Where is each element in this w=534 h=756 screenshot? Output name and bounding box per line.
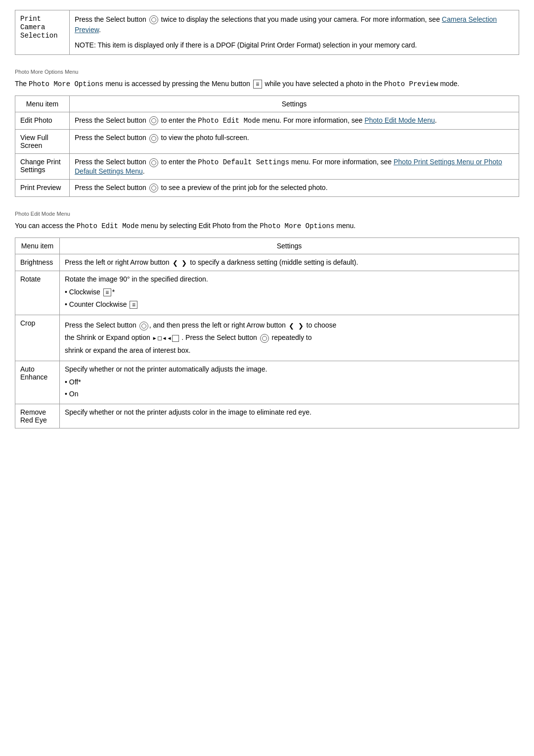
photo-edit-mode-table: Menu item Settings Brightness Press the … (15, 237, 519, 428)
rotate-text: Rotate the image 90° in the specified di… (65, 275, 514, 283)
auto-enhance-list: Off* On (65, 373, 514, 400)
menu-item-cell: Remove Red Eye (15, 404, 60, 428)
menu-item-cell: Print Camera Selection (15, 10, 70, 55)
settings-cell: Specify whether or not the printer adjus… (60, 404, 519, 428)
right-arrow-icon: ❯ (181, 259, 187, 267)
settings-cell: Press the Select button to view the phot… (70, 130, 519, 154)
table-row: Rotate Rotate the image 90° in the speci… (15, 271, 519, 315)
menu-item-cell: Auto Enhance (15, 361, 60, 404)
settings-cell: Press the Select button , and then press… (60, 315, 519, 361)
settings-cell: Press the Select button to enter the Pho… (70, 112, 519, 130)
select-icon (149, 116, 158, 125)
table-row: Brightness Press the left or right Arrow… (15, 254, 519, 271)
camera-selection-preview-link[interactable]: Camera Selection Preview (75, 15, 497, 34)
select-icon (139, 322, 148, 331)
table-row: Edit Photo Press the Select button to en… (15, 112, 519, 130)
table-header-row: Menu item Settings (15, 96, 519, 112)
photo-edit-mode-body: You can access the Photo Edit Mode menu … (15, 221, 519, 232)
table-row: Print Camera Selection Press the Select … (15, 10, 519, 55)
col-header-menu-item: Menu item (15, 237, 60, 254)
rotate-options-list: Clockwise * Counter Clockwise (65, 283, 514, 311)
options-inline: Photo More Options (260, 222, 334, 230)
table-row: Crop Press the Select button , and then … (15, 315, 519, 361)
col-header-settings: Settings (60, 237, 519, 254)
settings-cell: Press the Select button twice to display… (70, 10, 519, 55)
photo-edit-mode-link[interactable]: Photo Edit Mode Menu (364, 116, 435, 124)
table-header-row: Menu item Settings (15, 237, 519, 254)
menu-item-cell: Edit Photo (15, 112, 70, 130)
mode-inline: Photo Edit Mode (77, 222, 139, 230)
select-icon (149, 184, 158, 192)
list-item: Clockwise * (65, 286, 514, 298)
photo-edit-mode-label: Photo Edit Mode Menu (15, 211, 519, 217)
table-row: Change Print Settings Press the Select b… (15, 154, 519, 179)
auto-enhance-text: Specify whether or not the printer autom… (65, 365, 514, 373)
mode-inline: Photo Edit Mode (198, 117, 260, 125)
left-arrow-icon: ❮ (289, 320, 294, 331)
clockwise-icon (103, 288, 111, 296)
menu-item-cell: Change Print Settings (15, 154, 70, 179)
settings-text-2: NOTE: This item is displayed only if the… (75, 40, 514, 50)
crop-text-1: Press the Select button , and then press… (65, 319, 514, 331)
preview-mode-inline: Photo Preview (384, 80, 438, 88)
crop-inner-box (158, 336, 162, 340)
table-row: Print Preview Press the Select button to… (15, 179, 519, 196)
settings-cell: Specify whether or not the printer autom… (60, 361, 519, 404)
table-row: Auto Enhance Specify whether or not the … (15, 361, 519, 404)
mode-inline: Photo Default Settings (198, 158, 289, 166)
menu-item-cell: Crop (15, 315, 60, 361)
counter-clockwise-icon (130, 301, 137, 309)
crop-outer-box (172, 335, 179, 342)
photo-more-options-table: Menu item Settings Edit Photo Press the … (15, 95, 519, 197)
print-camera-selection-section: Print Camera Selection Press the Select … (15, 10, 519, 55)
crop-text-3: shrink or expand the area of interest bo… (65, 344, 514, 357)
arrow-right-icon: ► (152, 334, 157, 343)
settings-cell: Press the left or right Arrow button ❮ ❯… (60, 254, 519, 271)
col-header-menu-item: Menu item (15, 96, 70, 112)
print-camera-selection-table: Print Camera Selection Press the Select … (15, 10, 519, 55)
menu-item-label: Print Camera Selection (20, 15, 58, 40)
select-icon (260, 334, 269, 343)
photo-more-options-section: Photo More Options Menu The Photo More O… (15, 69, 519, 197)
menu-name-inline: Photo More Options (29, 80, 103, 88)
left-arrow-icon: ❮ (173, 259, 178, 267)
menu-item-cell: Print Preview (15, 179, 70, 196)
list-item: On (65, 388, 514, 400)
table-row: Remove Red Eye Specify whether or not th… (15, 404, 519, 428)
select-icon (149, 158, 158, 167)
photo-edit-mode-section: Photo Edit Mode Menu You can access the … (15, 211, 519, 428)
select-icon (149, 134, 158, 143)
list-item: Counter Clockwise (65, 298, 514, 311)
list-item: Off* (65, 376, 514, 388)
settings-cell: Rotate the image 90° in the specified di… (60, 271, 519, 315)
select-icon (149, 15, 158, 24)
arrow-left-icon: ◄ (162, 334, 167, 343)
settings-cell: Press the Select button to see a preview… (70, 179, 519, 196)
col-header-settings: Settings (70, 96, 519, 112)
arrow-left2-icon: ◄ (167, 334, 172, 343)
menu-item-cell: View Full Screen (15, 130, 70, 154)
settings-cell: Press the Select button to enter the Pho… (70, 154, 519, 179)
right-arrow-icon: ❯ (298, 320, 304, 331)
photo-more-options-body: The Photo More Options menu is accessed … (15, 79, 519, 90)
menu-item-cell: Brightness (15, 254, 60, 271)
crop-diagram: ► ◄ ◄ (152, 334, 180, 343)
menu-icon (253, 80, 262, 89)
table-row: View Full Screen Press the Select button… (15, 130, 519, 154)
menu-item-cell: Rotate (15, 271, 60, 315)
crop-text-2: the Shrink or Expand option ► ◄ ◄ . Pres… (65, 331, 514, 344)
photo-more-options-label: Photo More Options Menu (15, 69, 519, 75)
settings-text-1: Press the Select button twice to display… (75, 14, 514, 35)
